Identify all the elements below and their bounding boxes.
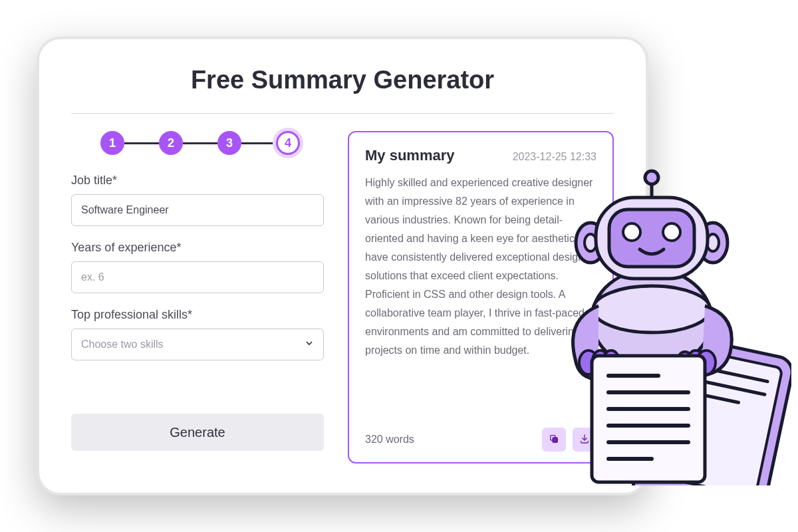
years-input[interactable] <box>71 261 324 293</box>
download-icon <box>579 434 590 446</box>
summary-column: My summary 2023-12-25 12:33 Highly skill… <box>348 131 614 464</box>
generate-button[interactable]: Generate <box>71 414 324 451</box>
summary-panel: My summary 2023-12-25 12:33 Highly skill… <box>348 131 614 464</box>
step-line <box>183 142 217 144</box>
summary-header: My summary 2023-12-25 12:33 <box>365 147 597 164</box>
job-title-label: Job title* <box>71 174 324 188</box>
generator-card: Free Summary Generator 1 2 3 4 Job title… <box>37 37 648 495</box>
field-job-title: Job title* <box>71 174 324 226</box>
copy-icon <box>549 434 559 446</box>
step-2[interactable]: 2 <box>159 131 183 155</box>
svg-rect-3 <box>646 345 782 485</box>
field-skills: Top professional skills* <box>71 308 324 360</box>
summary-actions <box>542 428 597 452</box>
step-4[interactable]: 4 <box>276 131 300 155</box>
years-label: Years of experience* <box>71 241 324 255</box>
svg-point-16 <box>688 350 704 372</box>
skills-label: Top professional skills* <box>71 308 324 322</box>
form-column: 1 2 3 4 Job title* Years of experience* … <box>71 131 324 464</box>
summary-title: My summary <box>365 147 455 164</box>
field-years: Years of experience* <box>71 241 324 293</box>
svg-point-17 <box>697 350 716 374</box>
summary-timestamp: 2023-12-25 12:33 <box>513 151 597 163</box>
word-count: 320 words <box>365 434 414 446</box>
step-line <box>241 142 276 144</box>
svg-line-4 <box>682 363 767 381</box>
svg-rect-2 <box>630 332 791 485</box>
copy-button[interactable] <box>542 428 566 452</box>
columns: 1 2 3 4 Job title* Years of experience* … <box>71 131 614 464</box>
step-3[interactable]: 3 <box>217 131 241 155</box>
stepper: 1 2 3 4 <box>100 131 324 155</box>
svg-point-34 <box>663 223 680 241</box>
svg-point-27 <box>698 223 728 263</box>
svg-line-5 <box>679 376 765 394</box>
step-1[interactable]: 1 <box>100 131 124 155</box>
page-title: Free Summary Generator <box>71 66 614 94</box>
skills-input[interactable] <box>71 329 324 360</box>
summary-footer: 320 words <box>365 428 597 452</box>
svg-line-6 <box>676 389 739 402</box>
divider <box>71 113 614 114</box>
svg-point-28 <box>707 234 719 251</box>
summary-body: Highly skilled and experienced creative … <box>365 174 597 420</box>
download-button[interactable] <box>573 428 597 452</box>
job-title-input[interactable] <box>71 194 324 226</box>
skills-select[interactable] <box>71 329 324 360</box>
step-line <box>124 142 159 144</box>
svg-point-15 <box>677 352 693 373</box>
